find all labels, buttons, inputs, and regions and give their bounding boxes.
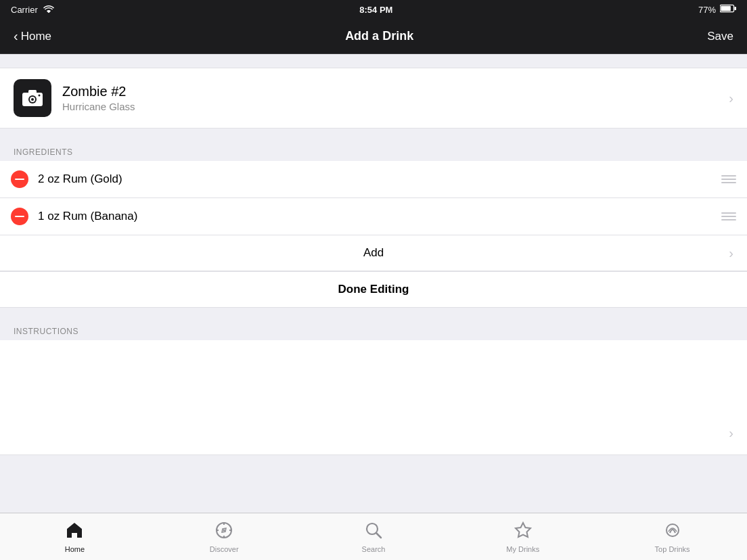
tab-topdrinks-label: Top Drinks <box>655 545 690 553</box>
ingredient-row: 1 oz Rum (Banana) <box>0 198 747 235</box>
search-icon <box>364 521 383 542</box>
bottom-padding <box>0 455 747 513</box>
tab-home[interactable]: Home <box>0 521 150 553</box>
chevron-left-icon: ‹ <box>14 28 18 44</box>
remove-ingredient-1-button[interactable] <box>11 170 28 188</box>
instructions-header: INSTRUCTIONS <box>0 321 747 340</box>
svg-rect-1 <box>734 7 736 10</box>
mydrinks-icon <box>514 521 533 542</box>
drink-info-row[interactable]: Zombie #2 Hurricane Glass › <box>0 68 747 129</box>
svg-point-15 <box>367 523 378 534</box>
instructions-gap <box>0 308 747 321</box>
tab-search-label: Search <box>362 545 386 553</box>
battery-label: 77% <box>698 5 716 15</box>
svg-rect-2 <box>721 6 731 11</box>
drag-handle-1[interactable] <box>721 175 736 183</box>
svg-point-6 <box>31 98 34 101</box>
instructions-chevron: › <box>729 425 733 441</box>
back-button[interactable]: ‹ Home <box>14 28 51 44</box>
drink-name: Zombie #2 <box>62 84 718 99</box>
add-label: Add <box>363 246 384 260</box>
tab-topdrinks[interactable]: Top Drinks <box>597 521 747 553</box>
ingredient-1-text: 2 oz Rum (Gold) <box>38 172 712 186</box>
wifi-icon <box>43 5 54 15</box>
svg-rect-7 <box>28 90 37 93</box>
main-content: Zombie #2 Hurricane Glass › INGREDIENTS … <box>0 54 747 513</box>
status-left: Carrier <box>11 5 54 15</box>
svg-marker-17 <box>516 523 530 537</box>
done-editing-button[interactable]: Done Editing <box>0 271 747 308</box>
discover-icon <box>214 521 233 542</box>
camera-icon-box <box>14 79 51 117</box>
battery-icon <box>720 4 736 15</box>
nav-title: Add a Drink <box>345 29 413 43</box>
drink-text: Zombie #2 Hurricane Glass <box>62 84 718 112</box>
tab-discover-label: Discover <box>210 545 239 553</box>
camera-icon <box>22 87 43 109</box>
tab-mydrinks[interactable]: My Drinks <box>448 521 597 553</box>
time-label: 8:54 PM <box>359 5 392 15</box>
add-ingredient-button[interactable]: Add › <box>0 235 747 271</box>
drink-glass: Hurricane Glass <box>62 101 718 112</box>
drag-handle-2[interactable] <box>721 212 736 220</box>
ingredient-row: 2 oz Rum (Gold) <box>0 161 747 198</box>
remove-ingredient-2-button[interactable] <box>11 208 28 225</box>
back-label: Home <box>21 30 51 43</box>
save-button[interactable]: Save <box>707 30 733 43</box>
nav-bar: ‹ Home Add a Drink Save <box>0 19 747 54</box>
ingredient-2-text: 1 oz Rum (Banana) <box>38 210 712 223</box>
ingredients-header: INGREDIENTS <box>0 142 747 161</box>
carrier-label: Carrier <box>11 5 38 15</box>
done-editing-label: Done Editing <box>338 283 409 296</box>
tab-home-label: Home <box>65 545 85 553</box>
top-gap <box>0 54 747 68</box>
instructions-body[interactable]: › <box>0 340 747 455</box>
tab-mydrinks-label: My Drinks <box>506 545 539 553</box>
status-bar: Carrier 8:54 PM 77% <box>0 0 747 19</box>
ingredients-gap <box>0 129 747 142</box>
tab-bar: Home Discover Search <box>0 513 747 560</box>
add-chevron: › <box>729 246 733 261</box>
home-icon <box>65 521 84 542</box>
tab-discover[interactable]: Discover <box>150 521 299 553</box>
drink-info-chevron: › <box>729 91 733 106</box>
topdrinks-icon <box>663 521 682 542</box>
tab-search[interactable]: Search <box>299 521 449 553</box>
svg-point-10 <box>223 529 225 531</box>
status-right: 77% <box>698 4 736 15</box>
svg-line-16 <box>376 533 381 538</box>
svg-point-8 <box>39 95 41 97</box>
